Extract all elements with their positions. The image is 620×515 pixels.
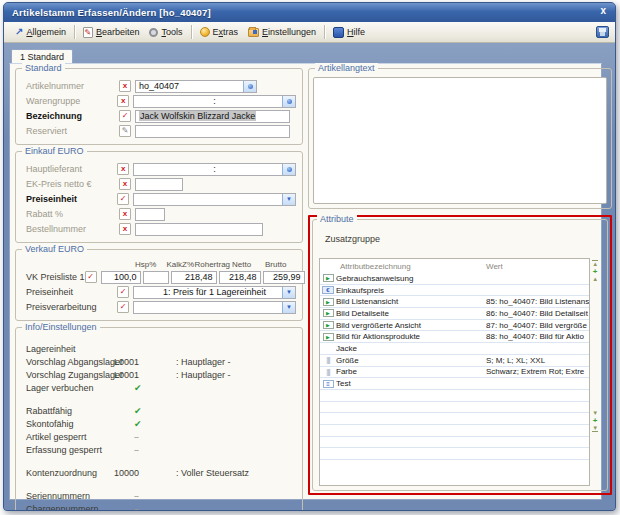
price-field-1[interactable] <box>143 271 169 284</box>
attribute-icon-cell: € <box>320 286 336 294</box>
attribute-row[interactable] <box>320 390 589 402</box>
price-field-3[interactable]: 218,48 <box>219 271 261 284</box>
group-einkauf-title: Einkauf EURO <box>22 146 87 156</box>
menu-item-label: Tools <box>161 27 182 37</box>
info-row: Seriennummern-- <box>22 489 296 502</box>
price-value: 259,99 <box>273 272 301 282</box>
menu-item-allgemein[interactable]: ↗Allgemein <box>10 25 71 39</box>
vk-preisliste-label: VK Preisliste 1 <box>22 272 85 282</box>
attribute-name: Farbe <box>336 367 486 376</box>
attribute-icon-cell: ▶ <box>320 321 336 329</box>
required-x-icon: x <box>119 80 131 92</box>
menu-item-einstellungen[interactable]: Einstellungen <box>243 25 321 39</box>
price-headers: Hsp%KalkZ%RohertragNettoBrutto <box>135 260 296 269</box>
attribute-table[interactable]: Attributbezeichnung Wert ▶Gebrauchsanwei… <box>319 258 590 486</box>
list-icon: |||| <box>326 356 329 364</box>
ek-preis-label: EK-Preis netto € <box>22 179 119 189</box>
scroll-to-bottom-icon[interactable]: ▼ <box>592 425 598 432</box>
info-label: Chargennummern <box>26 504 114 512</box>
hauptlieferant-browse-button[interactable] <box>282 164 295 175</box>
ek-preis-field[interactable] <box>135 178 183 191</box>
info-label: Kontenzuordnung <box>26 468 114 478</box>
close-button[interactable]: x <box>600 5 606 16</box>
dropdown-button[interactable]: ▼ <box>282 302 295 313</box>
ok-check-icon: ✓ <box>117 286 129 298</box>
pencil-icon: ✎ <box>119 125 131 137</box>
warengruppe-browse-button[interactable] <box>282 96 295 107</box>
bezeichnung-field[interactable]: Jack Wolfskin Blizzard Jacke <box>135 110 290 123</box>
attribute-row[interactable]: ▶Bild Detailseite86: ho_40407: Bild Deta… <box>320 308 589 320</box>
artikellangtext-textarea[interactable] <box>313 77 607 204</box>
attribute-name: Jacke <box>336 344 486 353</box>
artikelnummer-field[interactable]: ho_40407 <box>135 80 257 93</box>
attribute-row[interactable]: ≡Test <box>320 378 589 390</box>
row-einkauf-preiseinheit: Preiseinheit ✓ ▼ <box>22 192 296 206</box>
check-mark-icon: ✔ <box>114 383 142 393</box>
tab-standard[interactable]: 1 Standard <box>11 49 73 63</box>
info-row: Vorschlag ZugangslagerL0001: Hauptlager … <box>22 368 296 381</box>
attribute-value: 85: ho_40407: Bild Listenans <box>486 297 589 306</box>
required-x-icon: x <box>117 95 129 107</box>
attribute-row[interactable] <box>320 437 589 449</box>
browse-icon <box>287 167 292 172</box>
bezeichnung-value: Jack Wolfskin Blizzard Jacke <box>139 111 256 121</box>
attribute-row[interactable]: €Einkaufspreis <box>320 285 589 297</box>
left-column: Standard Artikelnummer x ho_40407 Wareng… <box>15 68 303 495</box>
group-attribute-title: Attribute <box>317 214 357 224</box>
ok-check-icon: ✓ <box>117 193 129 205</box>
artikelnummer-browse-button[interactable] <box>243 81 256 92</box>
zusatzgruppe-label: Zusatzgruppe <box>325 234 603 244</box>
row-preisverarbeitung: Preisverarbeitung ✓ ▼ <box>22 300 296 314</box>
scroll-top-controls: ▲ + ▲ <box>592 260 598 282</box>
info-label: Vorschlag Abgangslager <box>26 357 114 367</box>
attribute-row[interactable]: ||||GrößeS; M; L; XL; XXL <box>320 355 589 367</box>
attribute-row[interactable] <box>320 425 589 437</box>
info-code: L0001 <box>114 357 176 367</box>
attribute-row[interactable]: ▶Gebrauchsanweisung <box>320 273 589 285</box>
price-field-0[interactable]: 100,0 <box>101 271 141 284</box>
scroll-to-top-icon[interactable]: ▲ <box>592 260 598 267</box>
bestellnummer-field[interactable] <box>135 223 263 236</box>
dropdown-button[interactable]: ▼ <box>282 194 295 205</box>
menu-item-bearbeiten[interactable]: ✎Bearbeiten <box>78 25 145 40</box>
right-column: Artikellangtext Attribute Zusatzgruppe A… <box>308 68 612 495</box>
attribute-name: Größe <box>336 356 486 365</box>
tab-strip: 1 Standard <box>9 46 602 63</box>
verkauf-preiseinheit-dropdown[interactable]: 1: Preis für 1 Lagereinheit ▼ <box>133 286 296 299</box>
menu-item-tools[interactable]: Tools <box>144 25 187 39</box>
price-field-2[interactable]: 218,48 <box>171 271 217 284</box>
warengruppe-field[interactable]: : <box>133 95 296 108</box>
price-field-4[interactable]: 259,99 <box>263 271 305 284</box>
title-bar: Artikelstamm Erfassen/Ändern [ho_40407] … <box>4 3 615 22</box>
einkauf-preiseinheit-dropdown[interactable]: ▼ <box>133 193 296 206</box>
attribute-row[interactable] <box>320 402 589 414</box>
menu-item-label: Einstellungen <box>262 27 316 37</box>
menu-item-hilfe[interactable]: Hilfe <box>328 25 370 40</box>
attribute-row[interactable]: ▶Bild für Aktionsprodukte88: ho_40407: B… <box>320 331 589 343</box>
save-icon[interactable] <box>596 26 609 38</box>
reserviert-field[interactable] <box>135 125 290 138</box>
attribute-value: 86: ho_40407: Bild Detailseit <box>486 309 589 318</box>
attribute-icon-cell: ▶ <box>320 274 336 282</box>
verkauf-preiseinheit-label: Preiseinheit <box>22 287 117 297</box>
info-row: Vorschlag AbgangslagerL0001: Hauptlager … <box>22 355 296 368</box>
attribute-row[interactable]: Jacke <box>320 343 589 355</box>
attribute-row[interactable] <box>320 448 589 460</box>
rabatt-field[interactable] <box>135 208 165 221</box>
attribute-row[interactable]: ▶Bild vergrößerte Ansicht87: ho_40407: B… <box>320 320 589 332</box>
menu-item-extras[interactable]: Extras <box>195 25 244 39</box>
scroll-bottom-controls: ▼ + ▼ <box>592 410 598 432</box>
info-row: Chargennummern-- <box>22 502 296 511</box>
hauptlieferant-value: : <box>213 164 216 174</box>
preisverarbeitung-dropdown[interactable]: ▼ <box>133 301 296 314</box>
add-row-icon[interactable]: + <box>593 268 598 275</box>
dropdown-button[interactable]: ▼ <box>282 287 295 298</box>
attribute-row[interactable]: ||||FarbeSchwarz; Extrem Rot; Extre <box>320 367 589 379</box>
scroll-up-icon[interactable]: ▲ <box>592 276 598 282</box>
info-label: Vorschlag Zugangslager <box>26 370 114 380</box>
attribute-row[interactable] <box>320 413 589 425</box>
add-row-icon[interactable]: + <box>593 417 598 424</box>
menu-bar: ↗Allgemein✎BearbeitenToolsExtrasEinstell… <box>4 22 615 43</box>
hauptlieferant-field[interactable]: : <box>133 163 296 176</box>
attribute-row[interactable]: ▶Bild Listenansicht85: ho_40407: Bild Li… <box>320 296 589 308</box>
